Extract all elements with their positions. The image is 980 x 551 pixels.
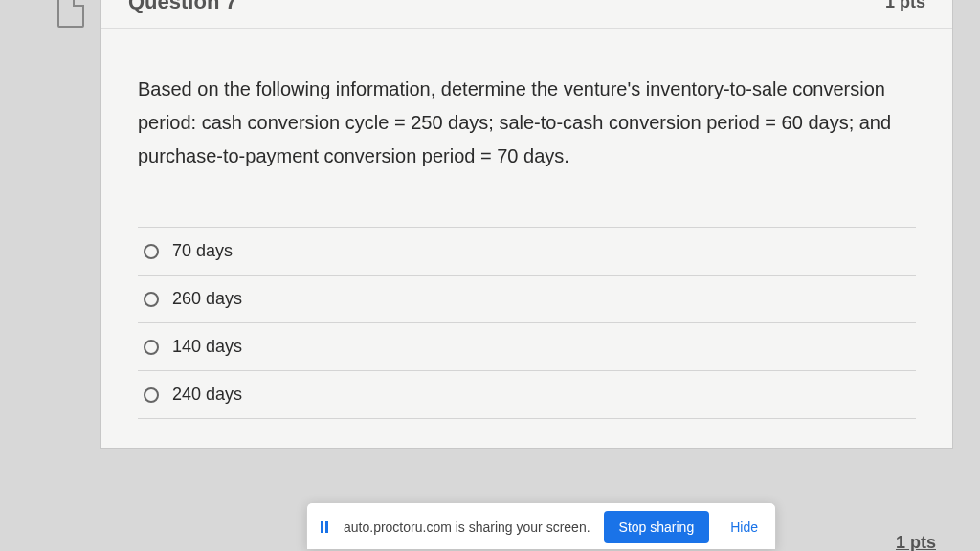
option-240-days[interactable]: 240 days: [138, 371, 916, 419]
radio-icon: [144, 292, 159, 307]
question-points: 1 pts: [885, 0, 925, 12]
option-label: 260 days: [172, 289, 242, 309]
option-70-days[interactable]: 70 days: [138, 228, 916, 276]
hide-button[interactable]: Hide: [723, 516, 766, 539]
next-question-points: 1 pts: [896, 533, 936, 551]
screen-share-bar: auto.proctoru.com is sharing your screen…: [306, 502, 776, 549]
option-label: 70 days: [172, 241, 233, 261]
share-message: auto.proctoru.com is sharing your screen…: [344, 519, 590, 535]
question-panel: Question 7 1 pts Based on the following …: [100, 0, 953, 449]
radio-icon: [144, 340, 159, 355]
options-list: 70 days 260 days 140 days 240 days: [138, 227, 916, 419]
option-label: 140 days: [172, 337, 242, 357]
question-header: Question 7 1 pts: [101, 0, 952, 29]
option-label: 240 days: [172, 385, 242, 405]
question-body: Based on the following information, dete…: [101, 29, 952, 448]
pause-icon: [321, 521, 328, 533]
option-140-days[interactable]: 140 days: [138, 323, 916, 371]
question-title: Question 7: [128, 0, 237, 14]
stop-sharing-button[interactable]: Stop sharing: [604, 511, 710, 543]
option-260-days[interactable]: 260 days: [138, 276, 916, 323]
page-icon: [57, 0, 84, 28]
radio-icon: [144, 244, 159, 259]
radio-icon: [144, 387, 159, 403]
question-text: Based on the following information, dete…: [138, 73, 916, 173]
